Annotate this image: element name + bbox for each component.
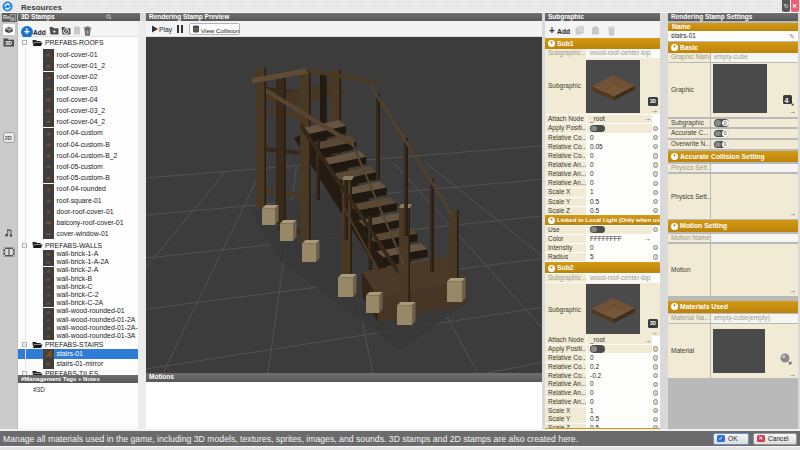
svg-text:2D: 2D xyxy=(5,135,12,141)
svg-text:4: 4 xyxy=(785,97,789,104)
svg-text:+: + xyxy=(52,28,56,34)
svg-text:3D: 3D xyxy=(5,40,12,46)
